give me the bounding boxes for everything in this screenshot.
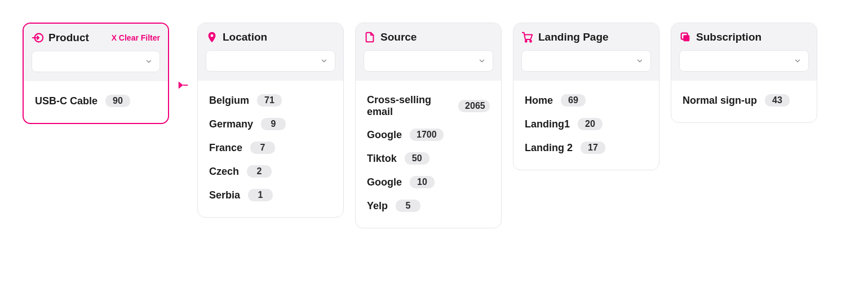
card-title: Location	[223, 31, 335, 43]
title-row: Landing Page	[521, 31, 651, 43]
filter-select[interactable]	[206, 50, 335, 72]
card-title: Source	[380, 31, 493, 43]
count-badge: 1	[248, 189, 273, 201]
list-item[interactable]: Google1700	[364, 123, 493, 147]
item-label: Belgium	[209, 95, 249, 107]
item-label: Germany	[209, 118, 253, 130]
list-item[interactable]: Google10	[364, 170, 493, 194]
count-badge: 90	[105, 95, 130, 107]
card-header: Landing Page	[513, 23, 659, 81]
list-item[interactable]: Czech2	[206, 160, 335, 183]
card-header: ProductX Clear Filter	[24, 24, 168, 81]
clear-filter-button[interactable]: X Clear Filter	[112, 33, 160, 42]
card-body: Cross-selling email2065Google1700Tiktok5…	[356, 81, 501, 228]
count-badge: 43	[765, 94, 790, 107]
title-row: Subscription	[679, 31, 809, 43]
item-label: USB-C Cable	[35, 95, 98, 107]
item-label: Google	[367, 129, 402, 141]
list-item[interactable]: Home69	[521, 89, 651, 112]
list-item[interactable]: USB-C Cable90	[32, 89, 160, 113]
card-body: Home69Landing120Landing 217	[513, 81, 659, 170]
card-title: Subscription	[696, 31, 809, 43]
pin-icon	[206, 31, 218, 43]
title-row: Source	[364, 31, 493, 43]
card-body: Normal sign-up43	[671, 81, 817, 122]
list-item[interactable]: Tiktok50	[364, 147, 493, 170]
list-item[interactable]: Landing 217	[521, 136, 651, 160]
item-label: Cross-selling email	[367, 94, 450, 117]
list-item[interactable]: Normal sign-up43	[679, 89, 809, 112]
card-header: Subscription	[671, 23, 817, 81]
svg-rect-4	[683, 35, 689, 41]
chevron-down-icon	[794, 57, 801, 65]
item-label: Yelp	[367, 200, 388, 212]
chevron-down-icon	[145, 58, 153, 65]
enter-icon	[32, 32, 44, 44]
filter-card-source: SourceCross-selling email2065Google1700T…	[355, 23, 502, 228]
item-label: Tiktok	[367, 153, 397, 165]
card-title: Landing Page	[538, 31, 651, 43]
count-badge: 2065	[458, 100, 490, 112]
svg-point-2	[525, 41, 527, 42]
item-label: Home	[525, 95, 553, 107]
title-row: Location	[206, 31, 335, 43]
count-badge: 17	[581, 142, 605, 154]
count-badge: 69	[561, 94, 586, 107]
count-badge: 5	[396, 200, 420, 212]
list-item[interactable]: Yelp5	[364, 194, 493, 218]
filter-card-location: LocationBelgium71Germany9France7Czech2Se…	[197, 23, 344, 218]
card-body: USB-C Cable90	[24, 81, 168, 123]
count-badge: 7	[250, 142, 275, 154]
item-label: Serbia	[209, 189, 240, 201]
filter-card-product: ProductX Clear FilterUSB-C Cable90	[23, 23, 169, 124]
list-item[interactable]: Landing120	[521, 112, 651, 136]
title-row: ProductX Clear Filter	[32, 32, 160, 44]
count-badge: 10	[410, 176, 435, 188]
svg-point-1	[211, 34, 214, 37]
svg-point-3	[530, 41, 532, 42]
item-label: Normal sign-up	[683, 95, 757, 107]
card-header: Location	[198, 23, 343, 81]
filter-card-subscription: SubscriptionNormal sign-up43	[671, 23, 817, 123]
card-title: Product	[48, 32, 107, 44]
list-item[interactable]: France7	[206, 136, 335, 160]
chevron-down-icon	[320, 57, 328, 65]
count-badge: 20	[578, 118, 603, 130]
chevron-down-icon	[478, 57, 486, 65]
item-label: Landing 2	[525, 142, 573, 154]
count-badge: 71	[257, 94, 282, 107]
count-badge: 2	[247, 165, 272, 178]
file-icon	[364, 31, 376, 43]
chevron-down-icon	[636, 57, 644, 65]
list-item[interactable]: Germany9	[206, 112, 335, 136]
count-badge: 1700	[410, 129, 444, 141]
filter-card-landing-page: Landing PageHome69Landing120Landing 217	[513, 23, 659, 170]
funnel-connector-icon	[177, 79, 189, 91]
card-body: Belgium71Germany9France7Czech2Serbia1	[198, 81, 343, 217]
count-badge: 50	[405, 152, 429, 165]
list-item[interactable]: Belgium71	[206, 89, 335, 112]
card-header: Source	[356, 23, 501, 81]
filter-select[interactable]	[679, 50, 809, 72]
copy-icon	[679, 31, 692, 43]
count-badge: 9	[261, 118, 286, 130]
list-item[interactable]: Cross-selling email2065	[364, 89, 493, 123]
filter-select[interactable]	[521, 50, 651, 72]
filter-select[interactable]	[364, 50, 493, 72]
item-label: Czech	[209, 166, 239, 178]
item-label: Google	[367, 176, 402, 188]
cart-icon	[521, 31, 534, 43]
list-item[interactable]: Serbia1	[206, 183, 335, 207]
filter-select[interactable]	[32, 51, 160, 72]
item-label: Landing1	[525, 118, 570, 130]
item-label: France	[209, 142, 242, 154]
